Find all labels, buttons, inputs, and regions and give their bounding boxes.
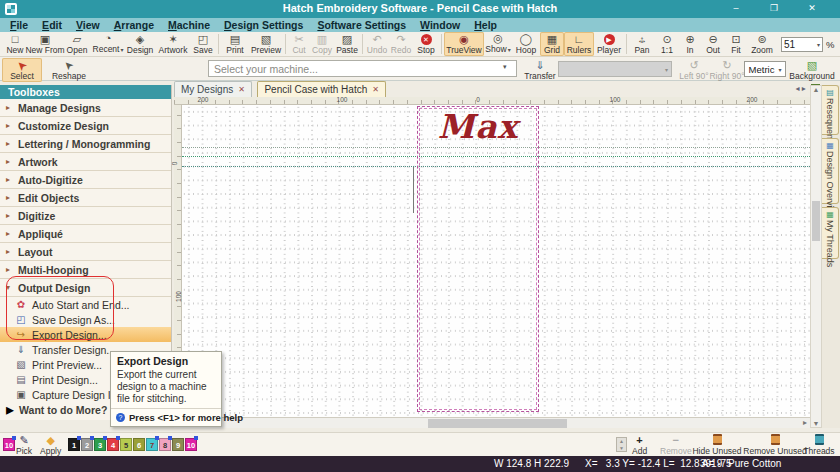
menu-view[interactable]: View — [69, 19, 107, 31]
units-metric-dropdown[interactable]: Metric ▾ — [744, 61, 786, 77]
artwork-button[interactable]: ✶Artwork — [156, 32, 190, 56]
zoom-in-icon: ⊕ — [685, 34, 694, 45]
panel-tab-my-threads[interactable]: ▦ My Threads — [822, 207, 839, 259]
transfer-button[interactable]: ⇓ Transfer — [522, 58, 558, 82]
new-button[interactable]: □New — [2, 32, 28, 56]
new-from-button[interactable]: ▣New From — [28, 32, 62, 56]
thread-color-9[interactable]: 9 — [172, 438, 184, 451]
player-button[interactable]: ▶Player — [594, 32, 624, 56]
menu-file[interactable]: File — [3, 19, 35, 31]
menu-design-settings[interactable]: Design Settings — [217, 19, 310, 31]
apply-color-button[interactable]: ◆ Apply — [40, 434, 61, 456]
stitch-grid-area[interactable]: Max — [182, 105, 810, 417]
preview-button[interactable]: ▧Preview — [249, 32, 283, 56]
menu-software-settings[interactable]: Software Settings — [310, 19, 413, 31]
zoom-fit-button[interactable]: ⊡Fit — [725, 32, 747, 56]
minimize-button[interactable]: – — [728, 2, 744, 15]
thread-color-1[interactable]: 1 — [68, 438, 80, 451]
toolbox-lettering[interactable]: ▸Lettering / Monogramming — [0, 135, 171, 153]
hide-unused-button[interactable]: Hide Unused — [692, 434, 742, 456]
thread-color-7[interactable]: 7 — [146, 438, 158, 451]
machine-select-input[interactable] — [208, 60, 517, 77]
zoom-out-button[interactable]: ⊖Out — [701, 32, 725, 56]
toolbox-layout[interactable]: ▸Layout — [0, 243, 171, 261]
scroll-down-icon[interactable]: ▼ — [811, 420, 821, 427]
pan-button[interactable]: ↔↕Pan — [629, 32, 655, 56]
toolbox-multi-hooping[interactable]: ▸Multi-Hooping — [0, 261, 171, 279]
toolbox-artwork[interactable]: ▸Artwork — [0, 153, 171, 171]
current-color-chip[interactable]: 10 — [3, 438, 15, 451]
tab-scroll-right-icon[interactable]: ▸ — [802, 84, 806, 93]
paste-button[interactable]: ▨Paste — [334, 32, 360, 56]
remove-unused-button[interactable]: Remove Unused — [744, 434, 806, 456]
show-button[interactable]: ◎Show▾ — [484, 32, 512, 56]
toolbox-edit-objects[interactable]: ▸Edit Objects — [0, 189, 171, 207]
maximize-button[interactable]: ❐ — [766, 2, 782, 15]
hruler-label: 0 — [476, 96, 480, 103]
thread-color-3[interactable]: 3 — [94, 438, 106, 451]
select-button[interactable]: ➤ Select — [2, 58, 42, 82]
threads-button[interactable]: Threads — [800, 434, 838, 456]
toolbox-manage-designs[interactable]: ▸Manage Designs — [0, 99, 171, 117]
panel-tab-resequence[interactable]: ▤ Resequence — [822, 85, 839, 135]
toolbox-auto-digitize[interactable]: ▸Auto-Digitize — [0, 171, 171, 189]
tab-close-icon[interactable]: ✕ — [238, 85, 245, 94]
scroll-up-icon[interactable]: ▲ — [811, 86, 821, 93]
close-button[interactable]: ✕ — [804, 2, 820, 15]
thread-color-10[interactable]: 10 — [185, 438, 197, 451]
palette-scroll-spinner[interactable]: ▲▼ — [616, 437, 627, 452]
design-button[interactable]: ◈Design — [124, 32, 156, 56]
trueview-button[interactable]: ◉TrueView — [444, 32, 484, 56]
stop-button[interactable]: ✕Stop — [413, 32, 439, 56]
toolbox-customize-design[interactable]: ▸Customize Design — [0, 117, 171, 135]
thread-color-2[interactable]: 2 — [81, 438, 93, 451]
background-button[interactable]: ▧ Background — [788, 58, 836, 82]
menu-help[interactable]: Help — [467, 19, 504, 31]
horizontal-scrollbar[interactable]: ◂ ▸ — [174, 417, 810, 428]
tooltip-title: Export Design — [111, 352, 221, 368]
scroll-right-icon[interactable]: ▸ — [800, 418, 810, 428]
one-to-one-button[interactable]: ⊙1:1 — [655, 32, 679, 56]
thread-color-6[interactable]: 6 — [133, 438, 145, 451]
pick-color-button[interactable]: ✎ Pick — [16, 434, 32, 456]
zoom-in-button[interactable]: ⊕In — [679, 32, 701, 56]
output-save-design-as[interactable]: ◰Save Design As... — [0, 312, 171, 327]
tab-close-icon[interactable]: ✕ — [372, 85, 379, 94]
add-color-button[interactable]: + Add — [632, 434, 647, 456]
print-button[interactable]: ▤Print — [221, 32, 249, 56]
toolbox-label: Artwork — [18, 156, 58, 168]
output-export-design[interactable]: ↪Export Design... — [0, 327, 171, 342]
vertical-scroll-thumb[interactable] — [812, 201, 820, 241]
tab-pencil-case[interactable]: Pencil Case with Hatch ✕ — [257, 81, 386, 97]
zoom-tool-button[interactable]: ⊚Zoom — [747, 32, 777, 56]
thread-color-5[interactable]: 5 — [120, 438, 132, 451]
horizontal-scroll-thumb[interactable] — [428, 419, 567, 428]
output-auto-start-end[interactable]: ✿Auto Start and End... — [0, 297, 171, 312]
hoop-button[interactable]: ◯Hoop — [512, 32, 540, 56]
menu-arrange[interactable]: Arrange — [107, 19, 161, 31]
menu-window[interactable]: Window — [413, 19, 467, 31]
toolbox-output-design[interactable]: ▾Output Design — [0, 279, 171, 297]
design-canvas[interactable]: 200 100 0 100 200 0 100 Max ◂ ▸ — [174, 97, 810, 428]
lettering-object[interactable]: Max — [417, 107, 539, 146]
save-button[interactable]: ◰Save — [190, 32, 216, 56]
tab-my-designs[interactable]: My Designs ✕ — [174, 81, 252, 97]
menu-edit[interactable]: Edit — [35, 19, 69, 31]
trueview-icon: ◉ — [459, 34, 469, 45]
open-button[interactable]: ▱Open — [62, 32, 92, 56]
thread-color-8[interactable]: 8 — [159, 438, 171, 451]
menu-machine[interactable]: Machine — [161, 19, 217, 31]
panel-tab-design-overview[interactable]: ▦ Design Overview — [822, 138, 839, 204]
tab-scroll-left-icon[interactable]: ◂ — [796, 84, 800, 93]
recent-button[interactable]: ◔Recent▾ — [92, 32, 124, 56]
machine-dropdown-icon[interactable]: ▾ — [503, 63, 507, 71]
grid-button[interactable]: ▦Grid — [540, 32, 564, 56]
rulers-button[interactable]: ∟Rulers — [564, 32, 594, 56]
mode-toolbar: ➤ Select ➤ Reshape ▾ ⇓ Transfer ▾ ↺ Left… — [0, 57, 840, 81]
vertical-scrollbar[interactable]: ▲ ▼ — [810, 85, 822, 428]
reshape-button[interactable]: ➤ Reshape — [46, 58, 92, 82]
thread-color-4[interactable]: 4 — [107, 438, 119, 451]
toolbox-applique[interactable]: ▸Appliqué — [0, 225, 171, 243]
zoom-level-combo[interactable]: 51▾ — [781, 37, 823, 52]
toolbox-digitize[interactable]: ▸Digitize — [0, 207, 171, 225]
